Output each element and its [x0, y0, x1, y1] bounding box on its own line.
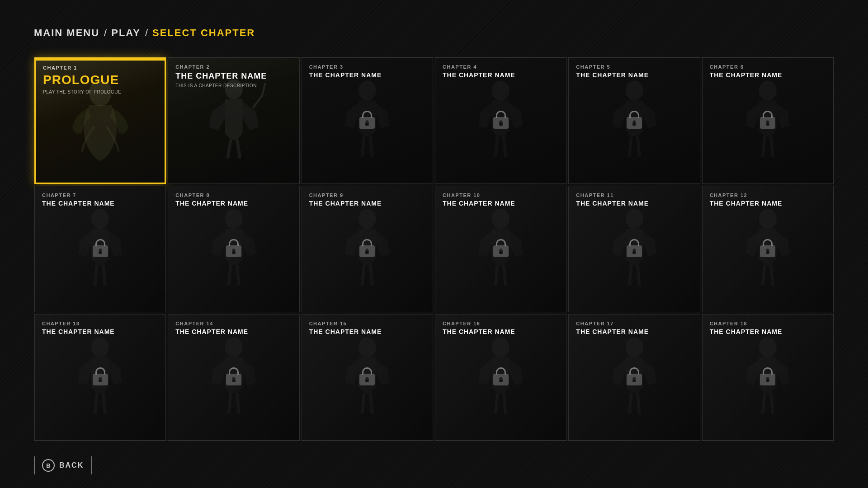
- lock-svg-13: [92, 367, 109, 387]
- chapter-cell-1[interactable]: CHAPTER 1PROLOGUEPLAY THE STORY OF PROLO…: [34, 57, 166, 184]
- chapter-number-8: CHAPTER 8: [175, 192, 292, 198]
- lock-svg-17: [626, 367, 643, 387]
- chapter-title-8: THE CHAPTER NAME: [175, 200, 292, 207]
- lock-icon-5: [626, 111, 643, 131]
- chapter-cell-2[interactable]: CHAPTER 2THE CHAPTER NAMETHIS IS A CHAPT…: [168, 57, 299, 184]
- lock-icon-16: [492, 367, 509, 387]
- chapter-cell-10[interactable]: CHAPTER 10THE CHAPTER NAME: [435, 186, 566, 312]
- chapter-title-10: THE CHAPTER NAME: [443, 200, 559, 207]
- chapter-title-7: THE CHAPTER NAME: [42, 200, 158, 207]
- chapter-cell-16[interactable]: CHAPTER 16THE CHAPTER NAME: [435, 314, 566, 441]
- b-button-icon: B: [42, 459, 55, 472]
- lock-svg-14: [225, 367, 242, 387]
- chapter-title-3: THE CHAPTER NAME: [309, 71, 425, 79]
- lock-svg-4: [492, 111, 509, 131]
- chapter-number-16: CHAPTER 16: [443, 321, 559, 326]
- lock-svg-15: [359, 367, 376, 387]
- lock-icon-14: [225, 367, 242, 387]
- lock-icon-15: [359, 367, 376, 387]
- chapter-description-2: THIS IS A CHAPTER DESCRIPTION: [175, 83, 292, 88]
- lock-svg-11: [626, 239, 643, 259]
- chapter-number-7: CHAPTER 7: [42, 192, 158, 198]
- lock-icon-9: [359, 239, 376, 259]
- lock-svg-10: [492, 239, 509, 259]
- chapter-number-3: CHAPTER 3: [309, 64, 425, 70]
- chapter-title-17: THE CHAPTER NAME: [576, 328, 692, 336]
- lock-svg-6: [759, 111, 776, 131]
- chapter-title-2: THE CHAPTER NAME: [175, 71, 292, 81]
- chapter-number-13: CHAPTER 13: [42, 321, 158, 326]
- lock-icon-11: [626, 239, 643, 259]
- lock-svg-3: [359, 111, 376, 131]
- lock-icon-3: [359, 111, 376, 131]
- lock-svg-7: [92, 239, 109, 259]
- lock-icon-10: [492, 239, 509, 259]
- chapter-number-17: CHAPTER 17: [576, 321, 692, 326]
- chapter-cell-4[interactable]: CHAPTER 4THE CHAPTER NAME: [435, 57, 566, 184]
- chapter-title-18: THE CHAPTER NAME: [710, 328, 826, 336]
- chapter-cell-15[interactable]: CHAPTER 15THE CHAPTER NAME: [302, 314, 433, 441]
- chapter-number-18: CHAPTER 18: [710, 321, 826, 326]
- chapter-title-6: THE CHAPTER NAME: [710, 71, 826, 79]
- breadcrumb-select-chapter: SELECT CHAPTER: [152, 27, 255, 39]
- chapter-cell-6[interactable]: CHAPTER 6THE CHAPTER NAME: [702, 57, 834, 184]
- lock-svg-18: [759, 367, 776, 387]
- chapter-number-11: CHAPTER 11: [576, 192, 692, 198]
- lock-icon-18: [759, 367, 776, 387]
- breadcrumb-play[interactable]: PLAY: [111, 27, 141, 39]
- chapter-number-6: CHAPTER 6: [710, 64, 826, 70]
- chapter-cell-8[interactable]: CHAPTER 8THE CHAPTER NAME: [168, 186, 299, 312]
- chapter-cell-11[interactable]: CHAPTER 11THE CHAPTER NAME: [568, 186, 700, 312]
- chapter-title-9: THE CHAPTER NAME: [309, 200, 425, 207]
- page-container: MAIN MENU / PLAY / SELECT CHAPTER CHAPTE…: [0, 0, 868, 488]
- chapter-title-14: THE CHAPTER NAME: [175, 328, 292, 336]
- breadcrumb-sep-2: /: [145, 27, 148, 39]
- chapter-cell-18[interactable]: CHAPTER 18THE CHAPTER NAME: [702, 314, 834, 441]
- lock-icon-13: [92, 367, 109, 387]
- back-label: BACK: [59, 461, 84, 469]
- chapter-cell-9[interactable]: CHAPTER 9THE CHAPTER NAME: [302, 186, 433, 312]
- lock-icon-12: [759, 239, 776, 259]
- lock-icon-7: [92, 239, 109, 259]
- back-button[interactable]: B BACK: [34, 456, 92, 474]
- chapter-title-1: PROLOGUE: [43, 72, 157, 88]
- chapter-title-15: THE CHAPTER NAME: [309, 328, 425, 336]
- breadcrumb-sep-1: /: [104, 27, 107, 39]
- chapter-number-12: CHAPTER 12: [710, 192, 826, 198]
- chapter-description-1: PLAY THE STORY OF PROLOGUE: [43, 89, 157, 94]
- chapter-title-5: THE CHAPTER NAME: [576, 71, 692, 79]
- chapter-content-2: CHAPTER 2THE CHAPTER NAMETHIS IS A CHAPT…: [168, 58, 299, 183]
- chapter-number-4: CHAPTER 4: [443, 64, 559, 70]
- chapter-number-9: CHAPTER 9: [309, 192, 425, 198]
- chapter-cell-17[interactable]: CHAPTER 17THE CHAPTER NAME: [568, 314, 700, 441]
- chapter-number-2: CHAPTER 2: [175, 64, 292, 70]
- lock-svg-12: [759, 239, 776, 259]
- chapter-cell-7[interactable]: CHAPTER 7THE CHAPTER NAME: [34, 186, 166, 312]
- chapter-cell-5[interactable]: CHAPTER 5THE CHAPTER NAME: [568, 57, 700, 184]
- bottom-bar: B BACK: [34, 456, 92, 474]
- lock-svg-9: [359, 239, 376, 259]
- chapter-number-10: CHAPTER 10: [443, 192, 559, 198]
- chapter-title-16: THE CHAPTER NAME: [443, 328, 559, 336]
- chapter-content-1: CHAPTER 1PROLOGUEPLAY THE STORY OF PROLO…: [36, 59, 165, 183]
- chapter-title-11: THE CHAPTER NAME: [576, 200, 692, 207]
- lock-svg-8: [225, 239, 242, 259]
- lock-icon-8: [225, 239, 242, 259]
- chapter-cell-14[interactable]: CHAPTER 14THE CHAPTER NAME: [168, 314, 299, 441]
- chapter-number-5: CHAPTER 5: [576, 64, 692, 70]
- chapter-cell-13[interactable]: CHAPTER 13THE CHAPTER NAME: [34, 314, 166, 441]
- chapter-title-12: THE CHAPTER NAME: [710, 200, 826, 207]
- chapter-title-13: THE CHAPTER NAME: [42, 328, 158, 336]
- lock-svg-5: [626, 111, 643, 131]
- chapter-cell-3[interactable]: CHAPTER 3THE CHAPTER NAME: [302, 57, 433, 184]
- lock-icon-6: [759, 111, 776, 131]
- chapter-number-15: CHAPTER 15: [309, 321, 425, 326]
- lock-icon-17: [626, 367, 643, 387]
- chapter-number-14: CHAPTER 14: [175, 321, 292, 326]
- chapter-title-4: THE CHAPTER NAME: [443, 71, 559, 79]
- chapter-cell-12[interactable]: CHAPTER 12THE CHAPTER NAME: [702, 186, 834, 312]
- breadcrumb: MAIN MENU / PLAY / SELECT CHAPTER: [34, 27, 834, 39]
- breadcrumb-main-menu[interactable]: MAIN MENU: [34, 27, 99, 39]
- chapter-grid: CHAPTER 1PROLOGUEPLAY THE STORY OF PROLO…: [34, 57, 834, 441]
- chapter-number-1: CHAPTER 1: [43, 65, 157, 70]
